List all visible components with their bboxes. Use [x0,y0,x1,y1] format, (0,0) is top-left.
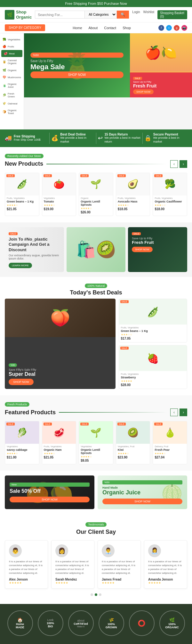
best-deals-title: Today's Best Deals [5,289,187,296]
campaign-card-no-plastic[interactable]: SALE Join To #No_plastic Campaign And Ge… [5,227,64,272]
featured-name-3: Organic Lentil Sprouts [81,448,111,455]
product-badge-3: SALE [80,174,89,177]
product-card-3[interactable]: SALE 🌱 Organic Organic Lentil Sprouts ★★… [79,173,113,216]
deal-main-button[interactable]: SHOP NOW [9,379,34,385]
logo[interactable]: 🌿 Shop Organic [5,10,32,20]
campaign-center-image: 🛍️🥝 [67,227,126,272]
product-cat-1: Fruits, Vegetables [7,197,37,199]
deal-card-strawberry[interactable]: SALE 🍓 Fruits, Vegetables Strawberry ★★★… [119,345,187,389]
twitter-icon[interactable]: t [166,25,172,31]
featured-card-2[interactable]: SALE 🥩 Fruits, Vegetables Organic Ham ★★… [42,421,76,464]
sidebar-item-juice[interactable]: 🧃 Organic Juice [0,81,24,90]
sidebar-item-fruits[interactable]: 🍎 Fruits [0,43,24,50]
product-img-1: SALE 🫛 [5,173,39,195]
logo-icon: 🌿 [5,10,14,20]
deal-card-beans[interactable]: SALE 🫛 Fruits, Vegetables Green beans – … [119,299,187,343]
campaign-right-button[interactable]: SHOP NOW [132,247,152,252]
testimonial-dots [5,593,187,596]
product-card-1[interactable]: SALE 🫛 Fruits, Vegetables Green beans – … [5,173,39,216]
sidebar-item-meat[interactable]: 🥩 Meat [1,50,22,57]
dot-3[interactable] [99,593,101,596]
hero-inner: 🍍 %50 Save Up to Fifty Mega Sale SHOP NO… [24,33,192,97]
deal-name-1: Green beans – 1 Kg [121,329,185,333]
sidebar-item-vegetables[interactable]: 🥦 Vegetables [0,36,24,43]
deal-name-2: Strawberry [121,376,185,379]
campaign-card-fresh-fruit[interactable]: SALE Save Up to Fifty Fresh Fruit SHOP N… [128,227,187,272]
product-img-4: SALE 🥑 [116,173,150,195]
nav-contact[interactable]: Contact [104,26,116,30]
testimonial-text-2: It is a paradox of our times of consecte… [55,560,90,575]
search-button[interactable]: 🔍 [117,11,129,19]
product-card-2[interactable]: SALE 🍅 Vegetables Tomato ★★★★☆ $19.00 [42,173,76,216]
deal-stars-2: ★★★★★ [121,380,185,383]
testimonials-grid: 👨 It is a paradox of our times of consec… [5,540,187,589]
shop-category-button[interactable]: SHOP BY CATEGORY [5,24,45,31]
cart-button[interactable]: Shopping Basket (0) [157,10,187,19]
mushrooms-icon: 🍄 [3,76,6,79]
deal-main-title: Super Deal [9,371,112,377]
featured-stars-4: ★★★★☆ [118,452,148,455]
facebook-icon[interactable]: f [158,25,164,31]
product-name-4: Avocado Hass [118,200,148,203]
section-line [46,164,167,164]
nav-about[interactable]: About [89,26,98,30]
search-category-select[interactable]: All Categories [85,11,117,19]
promo-left-button[interactable]: SHOP NOW [10,497,90,502]
product-name-1: Green beans – 1 Kg [7,200,37,203]
featured-prev-arrow[interactable]: ‹ [170,409,178,416]
featured-card-1[interactable]: SALE 🥬 Vegetables savoy cabbage ★★★★☆ $1… [5,421,39,464]
featured-img-1: SALE 🥬 [5,421,39,444]
deal-stars-1: ★★★☆☆ [121,333,185,336]
campaign-learn-button[interactable]: LEARN MORE [9,263,32,268]
next-arrow[interactable]: › [180,160,187,168]
sidebar-item-oatmeal[interactable]: 🌾 Oatmeal [0,100,24,107]
deal-main-subtitle: Save Fifty's Sale Fifty [9,368,112,371]
promo-right-button[interactable]: SHOP NOW [102,499,182,504]
deal-card-img-2: SALE 🍓 [119,345,187,371]
deal-main-card[interactable]: 🍑 %50 Save Fifty's Sale Fifty Super Deal… [5,299,116,389]
feature-divider-3 [142,133,143,144]
sidebar-item-toast[interactable]: 🍞 Organic Toast [0,107,24,117]
product-cat-5: Fruits, Vegetables [155,197,185,199]
campaign-left-subtitle: Our extraordinary augue, gravida lorem i… [9,254,60,260]
sidebar-item-mushrooms[interactable]: 🍄 Mushrooms [0,74,24,81]
login-link[interactable]: Login [132,10,140,19]
deal-card-info-2: Fruits, Vegetables Strawberry ★★★★★ $28.… [119,371,187,389]
product-card-5[interactable]: SALE 🥦 Fruits, Vegetables Organic Caulif… [153,173,187,216]
sidebar-item-organic[interactable]: 🌿 Organic [0,67,24,74]
dot-2[interactable] [95,593,97,596]
promo-sale-card[interactable]: 🍊🍋 New Sale 50% Off SHOP NOW [5,475,94,509]
hero-right-shop-button[interactable]: SHOP NOW [133,89,154,94]
sidebar-item-canned[interactable]: 🥫 Canned Organic [0,57,24,67]
hero-shop-button[interactable]: SHOP NOW [30,71,124,78]
featured-name-5: Fresh Pear [155,448,185,451]
featured-card-5[interactable]: SALE 🍐 Delivery, Fruit Fresh Pear ★★★★☆ … [153,421,187,464]
product-info-4: Fruits, Vegetables Avocado Hass ★★★★☆ $1… [116,195,150,212]
google-icon[interactable]: g [174,25,180,31]
toast-icon: 🍞 [3,110,6,113]
testimonial-stars-3: ★★★★★ [102,581,137,584]
testimonials-section: Testimonials Our Client Say 👨 It is a pa… [0,514,192,604]
featured-card-4[interactable]: SALE 🥝 Vegetables, Fruit Kiwi ★★★★☆ $23.… [116,421,150,464]
header-actions: Login Wishlist Shopping Basket (0) [132,10,187,19]
featured-next-arrow[interactable]: › [180,409,187,416]
nav-shop[interactable]: Shop [123,26,131,30]
search-input[interactable] [35,11,85,19]
product-price-1: $21.05 [7,207,37,211]
testimonial-card-1: 👨 It is a paradox of our times of consec… [5,540,48,589]
campaign-left-badge: SALE [9,232,18,235]
featured-card-3[interactable]: SALE 🌱 Vegetables Organic Lentil Sprouts… [79,421,113,464]
product-card-4[interactable]: SALE 🥑 Fruits, Vegetables Avocado Hass ★… [116,173,150,216]
nav-home[interactable]: Home [73,26,82,30]
product-img-2: SALE 🍅 [42,173,76,195]
wishlist-link[interactable]: Wishlist [143,10,154,19]
juice-icon: 🧃 [3,84,6,87]
promo-organic-card[interactable]: 🍈 %50 Hand Made Organic Juice SHOP NOW [98,475,187,509]
sidebar-item-fresh-green[interactable]: 🥬 Fresh Green [0,90,24,100]
product-name-3: Organic Lentil Sprouts [81,200,111,206]
shipping-icon: 🚚 [5,135,12,142]
fresh-green-icon: 🥬 [3,94,6,97]
prev-arrow[interactable]: ‹ [170,160,178,168]
dot-1[interactable] [91,593,93,596]
instagram-icon[interactable]: 📷 [181,25,187,31]
